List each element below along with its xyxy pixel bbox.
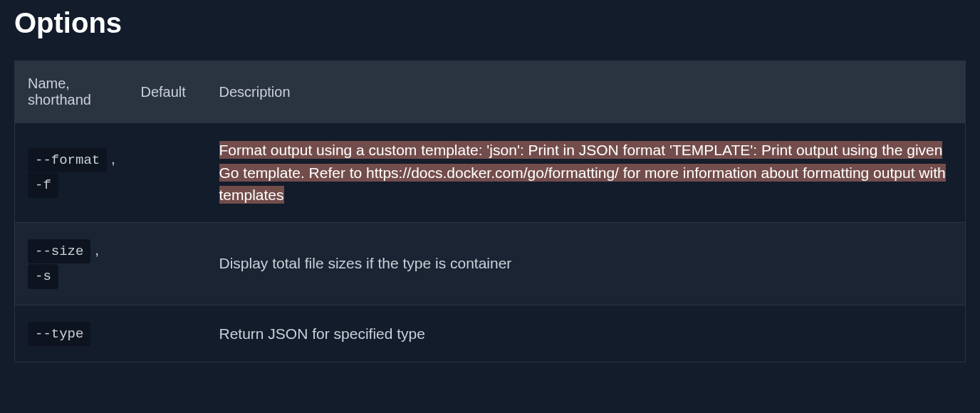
table-header-row: Name, shorthand Default Description <box>15 61 966 123</box>
option-name-cell: --size , -s <box>15 222 132 305</box>
option-default <box>132 123 211 223</box>
option-shorthand: -f <box>28 173 58 198</box>
header-name: Name, shorthand <box>15 61 132 123</box>
option-flag: --size <box>28 239 90 264</box>
option-name-cell: --type <box>15 305 132 362</box>
option-default <box>132 222 211 305</box>
header-description: Description <box>211 61 966 123</box>
option-description: Display total file sizes if the type is … <box>211 222 966 305</box>
shorthand-separator: , <box>95 241 99 258</box>
option-name-cell: --format , -f <box>15 123 132 223</box>
option-shorthand: -s <box>28 264 58 289</box>
options-table: Name, shorthand Default Description --fo… <box>14 61 966 362</box>
shorthand-separator: , <box>111 150 115 167</box>
option-description: Format output using a custom template: '… <box>211 123 966 223</box>
table-row: --format , -f Format output using a cust… <box>15 123 966 223</box>
option-default <box>132 305 211 362</box>
option-description: Return JSON for specified type <box>211 305 966 362</box>
option-flag: --type <box>28 322 90 347</box>
table-row: --type Return JSON for specified type <box>15 305 966 362</box>
table-row: --size , -s Display total file sizes if … <box>15 222 966 305</box>
header-default: Default <box>132 61 211 123</box>
highlighted-description: Format output using a custom template: '… <box>219 141 946 204</box>
options-heading: Options <box>14 0 966 39</box>
option-flag: --format <box>28 148 107 173</box>
